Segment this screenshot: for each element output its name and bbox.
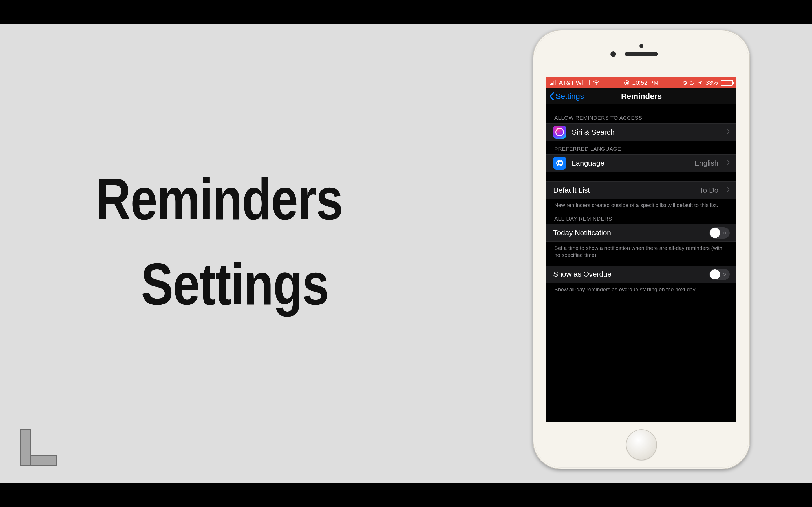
- status-battery-pct: 33%: [705, 79, 718, 87]
- signal-bars-icon: [550, 80, 556, 86]
- row-default-list-value: To Do: [699, 186, 718, 194]
- logo-l: [20, 429, 57, 466]
- battery-icon: [721, 80, 733, 86]
- dnd-moon-icon: [690, 80, 695, 86]
- slide-title-line2: Settings: [141, 250, 351, 318]
- front-camera-icon: [610, 51, 616, 57]
- chevron-right-icon: [726, 186, 730, 194]
- chevron-right-icon: [726, 159, 730, 167]
- row-default-list[interactable]: Default List To Do: [546, 181, 737, 199]
- row-language-value: English: [695, 159, 718, 168]
- status-time: 10:52 PM: [632, 79, 659, 87]
- nav-title: Reminders: [621, 92, 662, 101]
- group-header-allday: ALL-DAY REMINDERS: [546, 211, 737, 224]
- row-default-list-label: Default List: [553, 186, 590, 194]
- settings-content[interactable]: ALLOW REMINDERS TO ACCESS Siri & Search …: [546, 104, 737, 422]
- slide-title: Reminders Settings: [96, 165, 397, 318]
- slide-title-line1: Reminders: [96, 165, 343, 233]
- home-button[interactable]: [626, 429, 657, 460]
- chevron-right-icon: [726, 128, 730, 136]
- record-indicator-icon: [624, 80, 629, 86]
- phone-speaker: [624, 52, 658, 56]
- globe-icon: [553, 157, 566, 170]
- group-header-language: PREFERRED LANGUAGE: [546, 141, 737, 154]
- row-show-overdue[interactable]: Show as Overdue: [546, 266, 737, 283]
- footer-show-overdue: Show all-day reminders as overdue starti…: [546, 283, 737, 295]
- row-today-notification[interactable]: Today Notification: [546, 224, 737, 242]
- row-siri-label: Siri & Search: [572, 128, 615, 136]
- group-header-access: ALLOW REMINDERS TO ACCESS: [546, 110, 737, 123]
- alarm-icon: [682, 80, 688, 86]
- toggle-show-overdue[interactable]: [709, 269, 730, 280]
- slide-stage: Reminders Settings AT&T Wi-Fi 10:52 PM: [0, 24, 812, 483]
- row-language-label: Language: [572, 159, 605, 168]
- toggle-today-notification[interactable]: [709, 227, 730, 238]
- status-bar: AT&T Wi-Fi 10:52 PM 33%: [546, 77, 737, 89]
- nav-back-label: Settings: [555, 92, 584, 101]
- nav-back-button[interactable]: Settings: [546, 92, 584, 101]
- row-siri-search[interactable]: Siri & Search: [546, 123, 737, 141]
- row-show-overdue-label: Show as Overdue: [553, 270, 612, 279]
- phone-screen: AT&T Wi-Fi 10:52 PM 33%: [546, 77, 737, 422]
- status-carrier: AT&T Wi-Fi: [559, 79, 591, 87]
- wifi-icon: [593, 80, 599, 86]
- footer-today-notification: Set a time to show a notification when t…: [546, 242, 737, 261]
- location-arrow-icon: [698, 80, 703, 86]
- footer-default-list: New reminders created outside of a speci…: [546, 199, 737, 211]
- row-language[interactable]: Language English: [546, 154, 737, 172]
- chevron-left-icon: [549, 93, 554, 100]
- siri-icon: [553, 126, 566, 138]
- nav-bar: Settings Reminders: [546, 89, 737, 104]
- proximity-sensor-icon: [640, 44, 644, 48]
- phone-mockup: AT&T Wi-Fi 10:52 PM 33%: [533, 30, 750, 469]
- svg-point-0: [596, 84, 597, 86]
- row-today-notification-label: Today Notification: [553, 228, 611, 237]
